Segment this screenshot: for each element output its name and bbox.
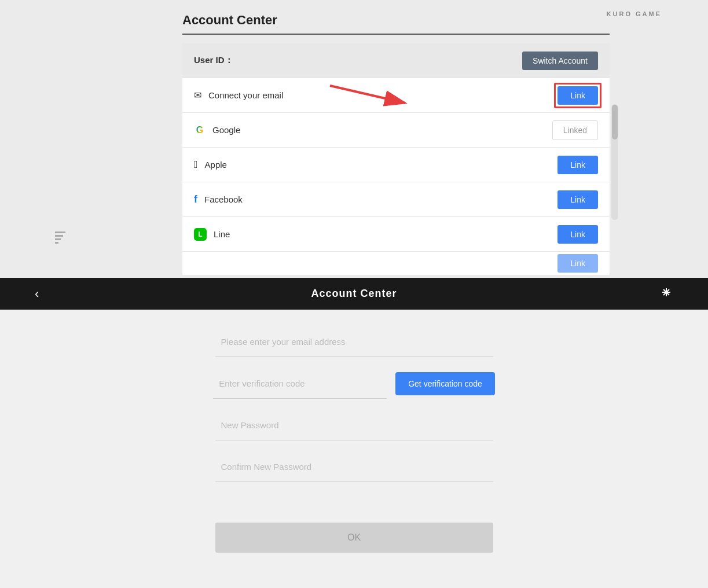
google-row: G Google Linked (182, 113, 610, 148)
close-icon (659, 285, 673, 299)
partial-link-button[interactable]: Link (557, 254, 598, 273)
verification-row: Get verification code (213, 369, 495, 399)
email-link-wrapper: Link (557, 86, 598, 105)
google-icon: G (194, 124, 206, 136)
apple-row:  Apple Link (182, 148, 610, 182)
page-title: Account Center (182, 13, 277, 28)
line-label: Line (214, 229, 230, 239)
apple-link-button[interactable]: Link (557, 156, 598, 174)
email-row: ✉ Connect your email Link (182, 78, 610, 113)
line-row: L Line Link (182, 217, 610, 252)
top-panel: KURO GAME Account Center User ID： Switch… (0, 0, 708, 278)
sidebar-decoration (55, 231, 65, 244)
sidebar-line-4 (55, 242, 58, 244)
bottom-panel: Get verification code OK (0, 310, 708, 588)
google-row-left: G Google (194, 124, 240, 136)
apple-icon:  (194, 159, 198, 171)
user-id-row: User ID： Switch Account (182, 43, 610, 78)
facebook-link-button[interactable]: Link (557, 190, 598, 209)
taskbar: ‹ Account Center (0, 278, 708, 310)
new-password-input[interactable] (215, 410, 493, 440)
email-icon: ✉ (194, 90, 201, 101)
confirm-password-input[interactable] (215, 452, 493, 482)
scrollbar[interactable] (611, 104, 618, 220)
email-link-button[interactable]: Link (557, 86, 598, 105)
taskbar-title: Account Center (311, 288, 397, 300)
facebook-row: f Facebook Link (182, 182, 610, 217)
title-divider (182, 34, 610, 35)
facebook-label: Facebook (204, 194, 243, 204)
google-linked-button: Linked (552, 120, 598, 140)
account-panel: User ID： Switch Account ✉ Connect your e… (182, 43, 610, 275)
ok-button[interactable]: OK (215, 523, 493, 553)
sidebar-line-2 (55, 235, 63, 237)
close-button[interactable] (659, 285, 673, 302)
facebook-icon: f (194, 193, 197, 205)
sidebar-line-3 (55, 238, 61, 240)
facebook-row-left: f Facebook (194, 193, 243, 205)
partial-row: Link (182, 252, 610, 275)
scrollbar-thumb[interactable] (612, 105, 618, 139)
back-button[interactable]: ‹ (35, 286, 39, 302)
line-icon: L (194, 228, 207, 241)
apple-label: Apple (205, 160, 227, 170)
get-verification-code-button[interactable]: Get verification code (395, 372, 495, 395)
apple-row-left:  Apple (194, 159, 227, 171)
email-row-left: ✉ Connect your email (194, 90, 283, 101)
kuro-game-logo: KURO GAME (607, 10, 662, 17)
sidebar-line-1 (55, 231, 65, 233)
line-row-left: L Line (194, 228, 230, 241)
email-label: Connect your email (208, 90, 283, 100)
google-label: Google (212, 125, 240, 135)
email-input[interactable] (215, 327, 493, 357)
switch-account-button[interactable]: Switch Account (522, 52, 598, 70)
verification-code-input[interactable] (213, 369, 387, 399)
line-link-button[interactable]: Link (557, 225, 598, 244)
user-id-label: User ID： (194, 55, 233, 66)
